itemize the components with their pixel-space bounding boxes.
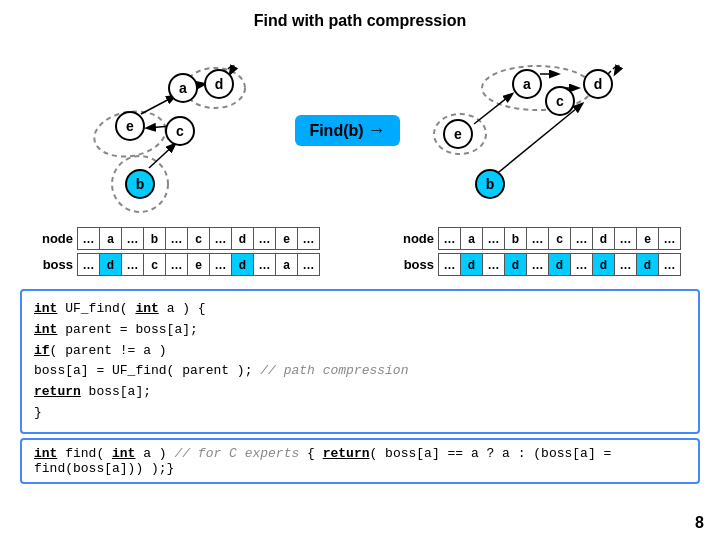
table-cell: c: [144, 254, 166, 276]
keyword: if: [34, 343, 50, 358]
svg-text:b: b: [485, 176, 494, 192]
left-boss-table: …d…c…e…d…a…: [77, 253, 320, 276]
code-text: }: [34, 405, 42, 420]
table-cell: …: [615, 228, 637, 250]
keyword: int: [34, 322, 57, 337]
table-cell: …: [254, 228, 276, 250]
table-cell: a: [276, 254, 298, 276]
table-cell: b: [505, 228, 527, 250]
table-cell: …: [659, 228, 681, 250]
table-cell: …: [122, 254, 144, 276]
keyword: int: [112, 446, 135, 461]
code-line: boss[a] = UF_find( parent ); // path com…: [34, 361, 686, 382]
table-cell: …: [439, 228, 461, 250]
comment: // for C experts: [174, 446, 299, 461]
code-line: int UF_find( int a ) {: [34, 299, 686, 320]
table-cell: …: [298, 254, 320, 276]
table-cell: …: [210, 228, 232, 250]
right-node-table: …a…b…c…d…e…: [438, 227, 681, 250]
table-cell: …: [439, 254, 461, 276]
svg-line-22: [494, 104, 582, 176]
right-diagram: e a c b d: [430, 46, 645, 216]
svg-text:c: c: [556, 93, 564, 109]
table-cell: …: [527, 254, 549, 276]
code-text: a ): [135, 446, 174, 461]
table-cell: d: [461, 254, 483, 276]
tables-section: node …a…b…c…d…e… boss …d…c…e…d…a… node ……: [0, 227, 720, 279]
table-cell: e: [276, 228, 298, 250]
code-text: boss[a];: [81, 384, 151, 399]
left-boss-label: boss: [39, 257, 77, 272]
svg-text:a: a: [179, 80, 187, 96]
code-text: boss[a] = UF_find( parent );: [34, 363, 260, 378]
table-cell: d: [593, 228, 615, 250]
keyword: int: [34, 301, 57, 316]
table-cell: e: [637, 228, 659, 250]
svg-text:d: d: [215, 76, 224, 92]
svg-text:a: a: [523, 76, 531, 92]
table-cell: b: [144, 228, 166, 250]
page-number: 8: [695, 514, 704, 532]
code-line: return boss[a];: [34, 382, 686, 403]
comment: // path compression: [260, 363, 408, 378]
code-text: UF_find(: [57, 301, 135, 316]
table-cell: …: [659, 254, 681, 276]
svg-text:c: c: [176, 123, 184, 139]
code-block-2: int find( int a ) // for C experts { ret…: [20, 438, 700, 484]
svg-text:e: e: [126, 118, 134, 134]
code-text: find(: [57, 446, 112, 461]
code-line: int parent = boss[a];: [34, 320, 686, 341]
table-cell: c: [549, 228, 571, 250]
table-cell: d: [505, 254, 527, 276]
table-cell: d: [593, 254, 615, 276]
table-cell: …: [78, 228, 100, 250]
code-text: a ) {: [159, 301, 206, 316]
right-node-label: node: [400, 231, 438, 246]
table-cell: …: [571, 228, 593, 250]
page-title: Find with path compression: [0, 12, 720, 30]
code-block-1: int UF_find( int a ) { int parent = boss…: [20, 289, 700, 434]
table-cell: …: [527, 228, 549, 250]
table-cell: e: [188, 254, 210, 276]
keyword: int: [135, 301, 158, 316]
code-text: {: [299, 446, 322, 461]
table-cell: …: [615, 254, 637, 276]
svg-line-5: [141, 96, 175, 114]
right-table: node …a…b…c…d…e… boss …d…d…d…d…d…: [400, 227, 681, 279]
table-cell: d: [232, 254, 254, 276]
code-text: ( parent != a ): [50, 343, 167, 358]
svg-text:e: e: [454, 126, 462, 142]
table-cell: …: [254, 254, 276, 276]
left-diagram: b c e a d: [75, 46, 275, 216]
code-text: parent = boss[a];: [57, 322, 197, 337]
svg-line-3: [149, 144, 175, 168]
table-cell: …: [483, 228, 505, 250]
left-node-label: node: [39, 231, 77, 246]
table-cell: …: [166, 228, 188, 250]
table-cell: …: [571, 254, 593, 276]
left-table: node …a…b…c…d…e… boss …d…c…e…d…a…: [39, 227, 320, 279]
left-node-table: …a…b…c…d…e…: [77, 227, 320, 250]
table-cell: a: [461, 228, 483, 250]
table-cell: …: [78, 254, 100, 276]
table-cell: c: [188, 228, 210, 250]
table-cell: d: [549, 254, 571, 276]
table-cell: …: [210, 254, 232, 276]
table-cell: d: [232, 228, 254, 250]
right-boss-label: boss: [400, 257, 438, 272]
keyword: int: [34, 446, 57, 461]
table-cell: …: [122, 228, 144, 250]
diagrams-area: b c e a d Find(b): [10, 38, 710, 223]
right-boss-table: …d…d…d…d…d…: [438, 253, 681, 276]
code-line: }: [34, 403, 686, 424]
table-cell: a: [100, 228, 122, 250]
keyword: return: [323, 446, 370, 461]
table-cell: …: [483, 254, 505, 276]
keyword: return: [34, 384, 81, 399]
svg-text:d: d: [593, 76, 602, 92]
code-line: int find( int a ) // for C experts { ret…: [34, 446, 686, 476]
svg-text:b: b: [136, 176, 145, 192]
table-cell: d: [637, 254, 659, 276]
find-label: Find(b): [295, 115, 399, 146]
code-line: if( parent != a ): [34, 341, 686, 362]
